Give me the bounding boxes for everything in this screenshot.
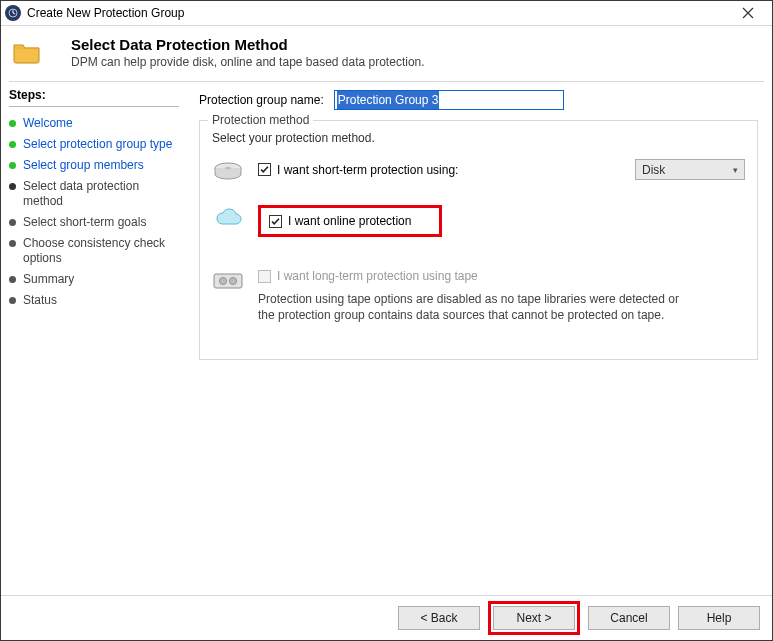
divider — [9, 81, 764, 82]
short-term-label: I want short-term protection using: — [277, 163, 458, 177]
step-select-group-type[interactable]: Select protection group type — [9, 134, 179, 155]
page-subtitle: DPM can help provide disk, online and ta… — [71, 55, 752, 69]
tape-disabled-note: Protection using tape options are disabl… — [258, 291, 698, 323]
short-term-option-row: I want short-term protection using: Disk… — [212, 159, 745, 187]
close-button[interactable] — [728, 2, 768, 25]
disk-icon — [212, 161, 244, 187]
online-option-row: I want online protection — [212, 205, 745, 237]
step-summary: Summary — [9, 269, 179, 290]
step-bullet-icon — [9, 219, 16, 226]
protection-method-instruction: Select your protection method. — [212, 131, 745, 145]
tape-icon — [212, 271, 244, 297]
step-label: Status — [23, 293, 57, 308]
online-highlight: I want online protection — [258, 205, 442, 237]
protection-group-name-label: Protection group name: — [199, 93, 324, 107]
step-bullet-icon — [9, 141, 16, 148]
cancel-button[interactable]: Cancel — [588, 606, 670, 630]
step-bullet-icon — [9, 297, 16, 304]
check-icon — [270, 216, 281, 227]
svg-point-5 — [230, 278, 237, 285]
svg-point-2 — [225, 167, 231, 169]
step-label: Select group members — [23, 158, 144, 173]
chevron-down-icon: ▾ — [733, 165, 738, 175]
tape-option-row: I want long-term protection using tape P… — [212, 269, 745, 323]
step-select-short-term-goals: Select short-term goals — [9, 212, 179, 233]
step-choose-consistency-check: Choose consistency check options — [9, 233, 179, 269]
step-select-group-members[interactable]: Select group members — [9, 155, 179, 176]
protection-group-name-input[interactable]: Protection Group 3 — [334, 90, 564, 110]
step-status: Status — [9, 290, 179, 311]
online-checkbox[interactable] — [269, 215, 282, 228]
app-icon — [5, 5, 21, 21]
check-icon — [259, 164, 270, 175]
cloud-icon — [212, 207, 244, 233]
main-panel: Protection group name: Protection Group … — [187, 84, 772, 595]
protection-group-name-row: Protection group name: Protection Group … — [199, 90, 758, 110]
step-label: Summary — [23, 272, 74, 287]
svg-rect-3 — [214, 274, 242, 288]
tape-checkbox — [258, 270, 271, 283]
step-bullet-icon — [9, 183, 16, 190]
svg-point-4 — [220, 278, 227, 285]
wizard-body: Steps: Welcome Select protection group t… — [1, 84, 772, 595]
next-highlight: Next > — [488, 601, 580, 635]
step-label: Welcome — [23, 116, 73, 131]
protection-group-name-value: Protection Group 3 — [337, 91, 440, 109]
next-button[interactable]: Next > — [493, 606, 575, 630]
titlebar: Create New Protection Group — [1, 1, 772, 26]
online-label: I want online protection — [288, 214, 411, 228]
back-button[interactable]: < Back — [398, 606, 480, 630]
steps-heading: Steps: — [9, 88, 179, 102]
wizard-header: Select Data Protection Method DPM can he… — [1, 26, 772, 79]
step-bullet-icon — [9, 162, 16, 169]
step-label: Select short-term goals — [23, 215, 146, 230]
help-button[interactable]: Help — [678, 606, 760, 630]
tape-label: I want long-term protection using tape — [277, 269, 478, 283]
step-label: Select data protection method — [23, 179, 179, 209]
step-label: Select protection group type — [23, 137, 172, 152]
close-icon — [742, 7, 754, 19]
page-title: Select Data Protection Method — [71, 36, 752, 53]
wizard-window: Create New Protection Group Select Data … — [0, 0, 773, 641]
window-title: Create New Protection Group — [27, 6, 728, 20]
step-bullet-icon — [9, 240, 16, 247]
wizard-footer: < Back Next > Cancel Help — [1, 595, 772, 640]
step-bullet-icon — [9, 276, 16, 283]
short-term-checkbox[interactable] — [258, 163, 271, 176]
divider — [9, 106, 179, 107]
step-welcome[interactable]: Welcome — [9, 113, 179, 134]
step-select-data-protection-method: Select data protection method — [9, 176, 179, 212]
short-term-select-value: Disk — [642, 163, 665, 177]
protection-method-legend: Protection method — [208, 113, 313, 127]
short-term-select[interactable]: Disk ▾ — [635, 159, 745, 180]
folder-icon — [13, 40, 41, 64]
step-bullet-icon — [9, 120, 16, 127]
protection-method-fieldset: Protection method Select your protection… — [199, 120, 758, 360]
step-label: Choose consistency check options — [23, 236, 179, 266]
steps-sidebar: Steps: Welcome Select protection group t… — [1, 84, 187, 595]
